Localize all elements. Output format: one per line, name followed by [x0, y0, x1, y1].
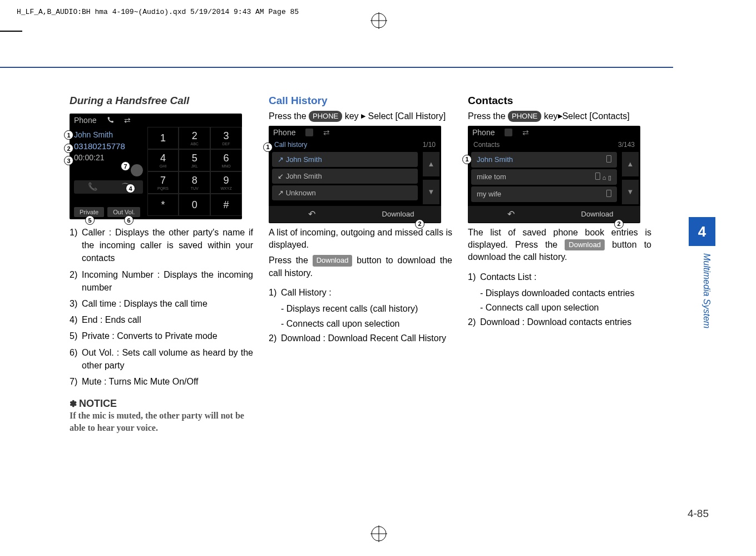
outgoing-icon: ↗: [278, 189, 284, 197]
scroll-up-button[interactable]: ▲: [423, 152, 439, 176]
scroll-up-button[interactable]: ▲: [622, 152, 639, 176]
phone-icon: [106, 116, 114, 124]
keypad-key[interactable]: 3DEF: [210, 127, 242, 149]
download-pill: Download: [313, 255, 353, 266]
scroll-down-button[interactable]: ▼: [423, 180, 439, 204]
callout-7: 7: [121, 161, 130, 171]
callout-1: 1: [64, 130, 73, 140]
work-icon: ▯: [608, 174, 611, 181]
keypad-key[interactable]: 8TUV: [179, 171, 210, 194]
phone-key-pill: PHONE: [309, 111, 342, 122]
back-button[interactable]: ↶: [269, 206, 355, 223]
heading-handsfree: During a Handsfree Call: [70, 95, 253, 107]
heading-contacts: Contacts: [468, 95, 651, 107]
incoming-number: 03180215778: [74, 141, 143, 151]
mobile-icon: [606, 155, 611, 163]
screenshot-contacts: 1 2 Phone ⇄ Contacts 3/143 John Smith mi…: [468, 126, 640, 223]
list-item[interactable]: ↗ Unknown: [272, 185, 418, 200]
screen-title-c: Phone: [472, 128, 495, 137]
phone-key-pill: PHONE: [508, 111, 541, 122]
bluetooth-icon: [305, 129, 313, 136]
keypad-key[interactable]: *: [147, 194, 179, 216]
list-call-history: 1)Call History : - Displays recent calls…: [269, 286, 452, 345]
screenshot-call-history: 1 2 Phone ⇄ Call history 1/10 ↗ John Smi…: [269, 126, 441, 223]
crop-mark-bottom: [370, 525, 387, 542]
list-item: 7)Mute : Turns Mic Mute On/Off: [70, 375, 253, 388]
keypad-key[interactable]: 6MNO: [210, 149, 242, 171]
chapter-tab: 4: [689, 217, 715, 246]
list-item: 1)Caller : Displays the other party's na…: [70, 226, 253, 265]
keypad-key[interactable]: 1: [147, 127, 179, 149]
connection-icon: ⇄: [522, 128, 529, 137]
download-button[interactable]: Download: [355, 206, 441, 223]
home-icon: ⌂: [602, 174, 606, 181]
count-contacts: 3/143: [618, 141, 635, 149]
outgoing-icon: ↗: [278, 155, 284, 164]
back-button[interactable]: ↶: [468, 206, 554, 223]
content: During a Handsfree Call 1 2 3 4 5 6 7 Ph…: [70, 95, 654, 434]
print-header: H_LF_A,B_AUDIO:BH hma 4-109~(Audio).qxd …: [17, 8, 299, 16]
list-item: 5)Private : Converts to Private mode: [70, 329, 253, 342]
top-rule: [0, 67, 673, 68]
connection-icon: ⇄: [323, 128, 330, 137]
keypad-key[interactable]: 7PQRS: [147, 171, 179, 194]
column-1: During a Handsfree Call 1 2 3 4 5 6 7 Ph…: [70, 95, 253, 434]
subtitle-call-history: Call history: [274, 141, 307, 149]
callout-ch-1: 1: [263, 142, 273, 152]
list-item[interactable]: ↗ John Smith: [272, 152, 418, 167]
corner-rule: [0, 31, 22, 32]
para-ch-2: Press the Download button to download th…: [269, 254, 452, 279]
download-pill: Download: [565, 239, 605, 250]
callout-6: 6: [124, 215, 134, 225]
list-item[interactable]: ↙ John Smith: [272, 169, 418, 184]
callout-ch-2: 2: [415, 219, 424, 229]
keypad-key[interactable]: 0: [179, 194, 210, 216]
keypad-key[interactable]: 4GHI: [147, 149, 179, 171]
intro-contacts: Press the PHONE key▶Select [Contacts]: [468, 110, 651, 122]
callout-c-2: 2: [614, 219, 624, 229]
column-2: Call History Press the PHONE key ▶ Selec…: [269, 95, 452, 434]
callout-c-1: 1: [462, 155, 472, 164]
callout-3: 3: [64, 156, 73, 165]
keypad-key[interactable]: 9WXYZ: [210, 171, 242, 194]
notice-text: If the mic is muted, the other party wil…: [70, 410, 253, 434]
caller-name: John Smith: [74, 130, 143, 139]
keypad-key[interactable]: 5JKL: [179, 149, 210, 171]
mobile-icon: [595, 173, 600, 180]
incoming-icon: ↙: [278, 172, 284, 180]
list-item: 2)Incoming Number : Displays the incomin…: [70, 268, 253, 294]
triangle-icon: ▶: [361, 112, 365, 120]
outvol-button[interactable]: Out Vol.: [107, 207, 140, 217]
call-time: 00:00:21: [74, 153, 143, 162]
screen-title: Phone: [74, 116, 96, 125]
screenshot-handsfree: 1 2 3 4 5 6 7 Phone ⇄ John Smith 0318021…: [70, 114, 242, 219]
keypad: 12ABC3DEF4GHI5JKL6MNO7PQRS8TUV9WXYZ*0#: [147, 127, 243, 216]
mobile-icon: [606, 190, 611, 197]
column-3: Contacts Press the PHONE key▶Select [Con…: [468, 95, 651, 434]
list-item[interactable]: John Smith: [471, 152, 617, 168]
list-item: 3)Call time : Displays the call time: [70, 297, 253, 310]
list-item[interactable]: mike tom ⌂ ▯: [471, 169, 617, 185]
connection-icon: ⇄: [124, 116, 131, 125]
triangle-icon: ▶: [558, 112, 562, 120]
notice-heading: ✽NOTICE: [70, 398, 253, 410]
mute-icon[interactable]: [131, 164, 143, 176]
scroll-down-button[interactable]: ▼: [622, 180, 639, 204]
keypad-key[interactable]: #: [210, 194, 242, 216]
keypad-key[interactable]: 2ABC: [179, 127, 210, 149]
count-call-history: 1/10: [423, 141, 436, 149]
list-item: 4)End : Ends call: [70, 313, 253, 326]
list-item[interactable]: my wife: [471, 186, 617, 202]
section-label: Multimedia System: [701, 253, 711, 328]
callout-4: 4: [126, 184, 135, 193]
callout-2: 2: [64, 144, 73, 153]
heading-call-history: Call History: [269, 95, 452, 107]
call-icon: 📞: [88, 182, 97, 192]
screen-title-ch: Phone: [273, 128, 295, 137]
subtitle-contacts: Contacts: [473, 141, 500, 149]
para-ch-1: A list of incoming, outgoing and missed …: [269, 227, 452, 252]
list-contacts: 1)Contacts List : - Displays downloaded …: [468, 270, 651, 329]
page-number: 4-85: [688, 508, 709, 520]
list-handsfree: 1)Caller : Displays the other party's na…: [70, 226, 253, 388]
download-button[interactable]: Download: [554, 206, 640, 223]
